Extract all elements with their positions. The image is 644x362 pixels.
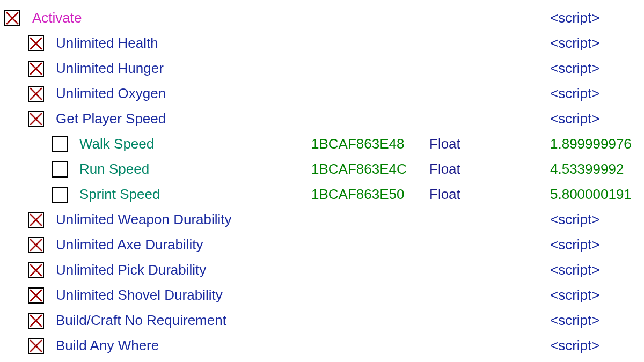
- value-cell[interactable]: <script>: [550, 262, 600, 278]
- entry-label[interactable]: Walk Speed: [79, 136, 154, 152]
- table-row[interactable]: Run Speed1BCAF863E4CFloat4.53399992: [0, 157, 644, 182]
- checkbox[interactable]: [28, 262, 44, 278]
- value-cell[interactable]: 5.800000191: [550, 186, 632, 203]
- value-cell[interactable]: 4.53399992: [550, 161, 624, 178]
- table-row[interactable]: Activate<script>: [0, 5, 644, 31]
- entry-label[interactable]: Unlimited Pick Durability: [56, 262, 206, 278]
- entry-label[interactable]: Unlimited Hunger: [56, 60, 164, 77]
- checkbox[interactable]: [28, 287, 44, 304]
- checkbox[interactable]: [52, 136, 68, 152]
- checkbox[interactable]: [28, 86, 44, 102]
- value-cell[interactable]: 1.899999976: [550, 136, 632, 152]
- table-row[interactable]: Build Any Where<script>: [0, 333, 644, 358]
- value-cell[interactable]: <script>: [550, 60, 600, 77]
- entry-label[interactable]: Sprint Speed: [79, 186, 160, 203]
- entry-label[interactable]: Build Any Where: [56, 337, 159, 354]
- checkbox[interactable]: [28, 35, 44, 51]
- table-row[interactable]: Unlimited Axe Durability<script>: [0, 232, 644, 257]
- entry-label[interactable]: Build/Craft No Requirement: [56, 312, 226, 329]
- checkbox[interactable]: [28, 338, 44, 354]
- table-row[interactable]: Unlimited Shovel Durability<script>: [0, 283, 644, 308]
- value-cell[interactable]: <script>: [550, 287, 600, 304]
- checkbox[interactable]: [28, 111, 44, 127]
- checkbox[interactable]: [28, 313, 44, 329]
- table-row[interactable]: Unlimited Oxygen<script>: [0, 81, 644, 106]
- value-cell[interactable]: <script>: [550, 337, 600, 354]
- table-row[interactable]: Unlimited Hunger<script>: [0, 56, 644, 81]
- type-cell[interactable]: Float: [429, 161, 460, 178]
- entry-label[interactable]: Unlimited Health: [56, 35, 158, 51]
- value-cell[interactable]: <script>: [550, 211, 600, 228]
- entry-label[interactable]: Activate: [32, 10, 82, 26]
- type-cell[interactable]: Float: [429, 186, 460, 203]
- type-cell[interactable]: Float: [429, 136, 460, 152]
- table-row[interactable]: Walk Speed1BCAF863E48Float1.899999976: [0, 131, 644, 157]
- address-cell[interactable]: 1BCAF863E50: [311, 186, 404, 203]
- value-cell[interactable]: <script>: [550, 312, 600, 329]
- cheat-table: Activate<script>Unlimited Health<script>…: [0, 5, 644, 358]
- checkbox[interactable]: [52, 187, 68, 203]
- table-row[interactable]: Get Player Speed<script>: [0, 106, 644, 131]
- value-cell[interactable]: <script>: [550, 10, 600, 26]
- entry-label[interactable]: Unlimited Oxygen: [56, 85, 166, 102]
- table-row[interactable]: Unlimited Health<script>: [0, 31, 644, 56]
- checkbox[interactable]: [52, 161, 68, 178]
- table-row[interactable]: Build/Craft No Requirement<script>: [0, 308, 644, 333]
- address-cell[interactable]: 1BCAF863E4C: [311, 161, 407, 178]
- checkbox[interactable]: [28, 212, 44, 228]
- entry-label[interactable]: Run Speed: [79, 161, 149, 178]
- table-row[interactable]: Unlimited Pick Durability<script>: [0, 257, 644, 283]
- checkbox[interactable]: [4, 10, 20, 26]
- address-cell[interactable]: 1BCAF863E48: [311, 136, 404, 152]
- value-cell[interactable]: <script>: [550, 237, 600, 253]
- entry-label[interactable]: Unlimited Shovel Durability: [56, 287, 223, 304]
- checkbox[interactable]: [28, 61, 44, 77]
- table-row[interactable]: Sprint Speed1BCAF863E50Float5.800000191: [0, 182, 644, 207]
- value-cell[interactable]: <script>: [550, 85, 600, 102]
- entry-label[interactable]: Get Player Speed: [56, 110, 166, 127]
- entry-label[interactable]: Unlimited Axe Durability: [56, 237, 203, 253]
- checkbox[interactable]: [28, 237, 44, 253]
- value-cell[interactable]: <script>: [550, 35, 600, 51]
- table-row[interactable]: Unlimited Weapon Durability<script>: [0, 207, 644, 232]
- entry-label[interactable]: Unlimited Weapon Durability: [56, 211, 232, 228]
- value-cell[interactable]: <script>: [550, 110, 600, 127]
